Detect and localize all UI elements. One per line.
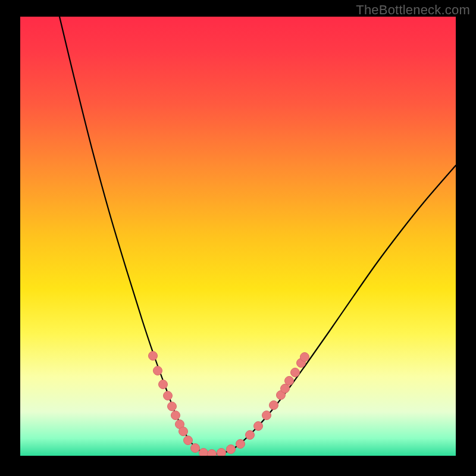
marker-dot — [227, 445, 236, 454]
marker-dot — [199, 449, 208, 456]
marker-dot — [154, 367, 162, 375]
marker-dot — [171, 411, 180, 420]
marker-dot — [300, 353, 309, 362]
marker-dot — [270, 401, 278, 410]
bottleneck-curve — [60, 17, 456, 454]
marker-dot — [168, 402, 177, 411]
marker-dot — [184, 436, 193, 445]
marker-dots — [149, 352, 309, 456]
marker-dot — [262, 411, 271, 420]
marker-dot — [254, 422, 263, 431]
plot-area — [20, 17, 456, 456]
marker-dot — [217, 449, 226, 456]
chart-frame: TheBottleneck.com — [0, 0, 476, 476]
marker-dot — [208, 450, 217, 456]
marker-dot — [285, 377, 294, 386]
marker-dot — [191, 444, 200, 453]
watermark-text: TheBottleneck.com — [356, 2, 470, 18]
marker-dot — [246, 431, 255, 440]
marker-dot — [291, 368, 300, 377]
curve-svg — [20, 17, 456, 456]
marker-dot — [159, 380, 168, 389]
marker-dot — [164, 392, 173, 400]
marker-dot — [149, 352, 158, 361]
marker-dot — [236, 440, 245, 449]
marker-dot — [179, 427, 188, 436]
